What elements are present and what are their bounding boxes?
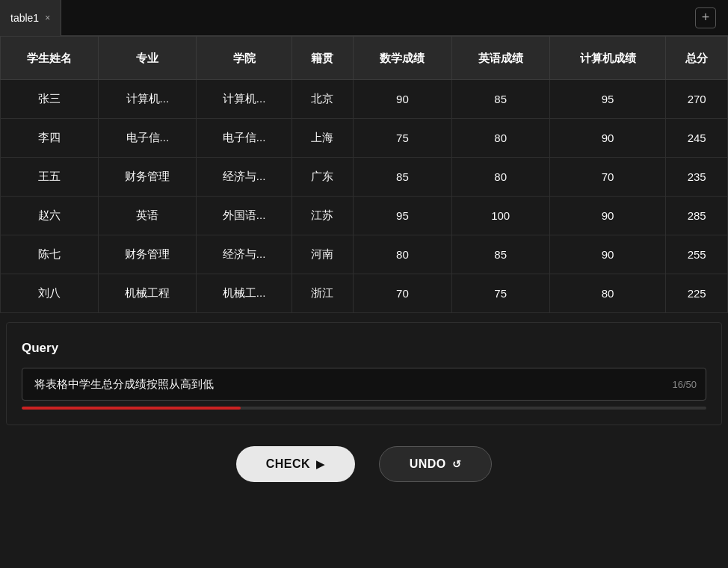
table-cell: 255 [666,235,728,274]
table-cell: 95 [549,80,666,119]
table-cell: 95 [354,197,451,235]
table-cell: 英语 [99,197,197,235]
table-header-cell: 学生姓名 [1,37,99,80]
query-input-wrapper: 16/50 [22,368,706,401]
tab-close-icon[interactable]: × [45,13,50,22]
tab-bar: table1 × + [0,0,728,36]
query-label: Query [22,341,706,356]
table-header-cell: 数学成绩 [354,37,451,80]
table-cell: 85 [451,235,549,274]
table-cell: 75 [354,119,451,158]
table-cell: 85 [354,158,451,197]
table-cell: 李四 [1,119,99,158]
table-row: 张三计算机...计算机...北京908595270 [1,80,728,119]
query-input[interactable] [34,378,661,391]
table-row: 陈七财务管理经济与...河南808590255 [1,235,728,274]
table-cell: 285 [666,197,728,235]
table-cell: 75 [451,274,549,313]
table-cell: 陈七 [1,235,99,274]
table-cell: 80 [451,119,549,158]
query-counter: 16/50 [672,379,697,390]
table-cell: 计算机... [99,80,197,119]
table-cell: 270 [666,80,728,119]
table-header-cell: 学院 [197,37,291,80]
data-table: 学生姓名专业学院籍贯数学成绩英语成绩计算机成绩总分 张三计算机...计算机...… [0,36,728,313]
table-cell: 张三 [1,80,99,119]
table-cell: 上海 [291,119,354,158]
table-cell: 245 [666,119,728,158]
query-section: Query 16/50 [6,322,722,425]
table-cell: 电子信... [99,119,197,158]
table-cell: 80 [451,158,549,197]
table-row: 李四电子信...电子信...上海758090245 [1,119,728,158]
table-cell: 经济与... [197,158,291,197]
table-header-cell: 计算机成绩 [549,37,666,80]
table-cell: 赵六 [1,197,99,235]
tab-table1[interactable]: table1 × [0,0,61,36]
undo-icon: ↺ [452,458,462,470]
table-row: 刘八机械工程机械工...浙江707580225 [1,274,728,313]
table-cell: 财务管理 [99,235,197,274]
table-cell: 计算机... [197,80,291,119]
table-cell: 经济与... [197,235,291,274]
table-cell: 90 [549,197,666,235]
table-cell: 100 [451,197,549,235]
table-cell: 85 [451,80,549,119]
query-progress-fill [22,407,241,410]
check-icon: ▶ [316,458,325,470]
table-cell: 广东 [291,158,354,197]
table-row: 王五财务管理经济与...广东858070235 [1,158,728,197]
undo-button[interactable]: UNDO ↺ [379,446,493,482]
table-cell: 90 [549,235,666,274]
table-cell: 70 [354,274,451,313]
table-cell: 机械工... [197,274,291,313]
table-cell: 王五 [1,158,99,197]
table-row: 赵六英语外国语...江苏9510090285 [1,197,728,235]
table-cell: 电子信... [197,119,291,158]
table-header-cell: 总分 [666,37,728,80]
table-cell: 河南 [291,235,354,274]
table-cell: 80 [549,274,666,313]
tab-add-button[interactable]: + [695,7,716,28]
table-cell: 浙江 [291,274,354,313]
table-cell: 刘八 [1,274,99,313]
query-progress-bar [22,407,706,410]
undo-button-label: UNDO [410,457,446,471]
table-cell: 外国语... [197,197,291,235]
table-cell: 80 [354,235,451,274]
table-header-row: 学生姓名专业学院籍贯数学成绩英语成绩计算机成绩总分 [1,37,728,80]
table-cell: 北京 [291,80,354,119]
button-row: CHECK ▶ UNDO ↺ [0,446,728,482]
table-cell: 财务管理 [99,158,197,197]
check-button[interactable]: CHECK ▶ [236,446,355,482]
table-cell: 225 [666,274,728,313]
table-cell: 90 [549,119,666,158]
tab-label: table1 [10,12,39,24]
table-cell: 235 [666,158,728,197]
table-header-cell: 英语成绩 [451,37,549,80]
table-cell: 江苏 [291,197,354,235]
table-cell: 机械工程 [99,274,197,313]
table-header-cell: 专业 [99,37,197,80]
table-cell: 90 [354,80,451,119]
table-header-cell: 籍贯 [291,37,354,80]
check-button-label: CHECK [266,457,310,471]
table-container: 学生姓名专业学院籍贯数学成绩英语成绩计算机成绩总分 张三计算机...计算机...… [0,36,728,313]
table-cell: 70 [549,158,666,197]
